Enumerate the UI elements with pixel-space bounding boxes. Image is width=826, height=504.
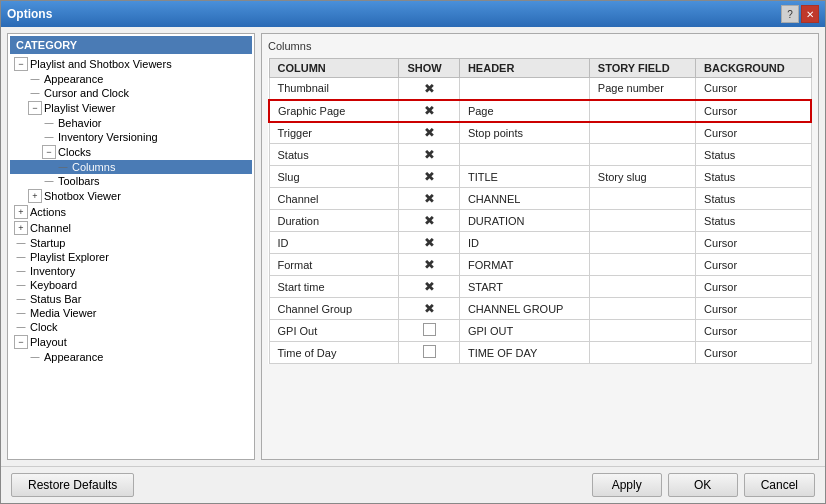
cell-story-7 bbox=[589, 232, 695, 254]
cell-background-1: Cursor bbox=[696, 100, 811, 122]
table-row[interactable]: ID✖IDCursor bbox=[269, 232, 811, 254]
tree-item-inventory-versioning[interactable]: —Inventory Versioning bbox=[10, 130, 252, 144]
cell-background-0: Cursor bbox=[696, 78, 811, 100]
right-buttons: Apply OK Cancel bbox=[592, 473, 815, 497]
cell-show-9[interactable]: ✖ bbox=[399, 276, 460, 298]
tree-item-playlist-explorer[interactable]: —Playlist Explorer bbox=[10, 250, 252, 264]
table-row[interactable]: Channel✖CHANNELStatus bbox=[269, 188, 811, 210]
table-row[interactable]: Format✖FORMATCursor bbox=[269, 254, 811, 276]
cell-story-5 bbox=[589, 188, 695, 210]
cell-show-2[interactable]: ✖ bbox=[399, 122, 460, 144]
expand-icon-shotbox-viewer[interactable]: + bbox=[28, 189, 42, 203]
cell-story-6 bbox=[589, 210, 695, 232]
cell-column-5: Channel bbox=[269, 188, 399, 210]
tree-item-playout-appearance[interactable]: —Appearance bbox=[10, 350, 252, 364]
table-row[interactable]: Start time✖STARTCursor bbox=[269, 276, 811, 298]
cell-story-11 bbox=[589, 320, 695, 342]
cell-show-4[interactable]: ✖ bbox=[399, 166, 460, 188]
tree-item-playlist-shotbox[interactable]: −Playlist and Shotbox Viewers bbox=[10, 56, 252, 72]
tree-container: −Playlist and Shotbox Viewers—Appearance… bbox=[10, 56, 252, 364]
tree-item-appearance[interactable]: —Appearance bbox=[10, 72, 252, 86]
header-row: COLUMN SHOW HEADER STORY FIELD BACKGROUN… bbox=[269, 59, 811, 78]
leaf-dash-playlist-explorer: — bbox=[14, 252, 28, 262]
cell-show-1[interactable]: ✖ bbox=[399, 100, 460, 122]
tree-label-inventory-versioning: Inventory Versioning bbox=[58, 131, 158, 143]
apply-button[interactable]: Apply bbox=[592, 473, 662, 497]
checkbox-icon[interactable] bbox=[423, 323, 436, 336]
table-body: Thumbnail✖Page numberCursorGraphic Page✖… bbox=[269, 78, 811, 364]
tree-label-media-viewer: Media Viewer bbox=[30, 307, 96, 319]
table-row[interactable]: Time of DayTIME OF DAYCursor bbox=[269, 342, 811, 364]
cell-show-11[interactable] bbox=[399, 320, 460, 342]
ok-button[interactable]: OK bbox=[668, 473, 738, 497]
tree-label-columns: Columns bbox=[72, 161, 115, 173]
tree-item-playlist-viewer[interactable]: −Playlist Viewer bbox=[10, 100, 252, 116]
tree-item-status-bar[interactable]: —Status Bar bbox=[10, 292, 252, 306]
close-button[interactable]: ✕ bbox=[801, 5, 819, 23]
leaf-dash-appearance: — bbox=[28, 74, 42, 84]
cancel-button[interactable]: Cancel bbox=[744, 473, 815, 497]
leaf-dash-cursor-clock: — bbox=[28, 88, 42, 98]
tree-item-columns[interactable]: —Columns bbox=[10, 160, 252, 174]
table-row[interactable]: Status✖Status bbox=[269, 144, 811, 166]
table-row[interactable]: Channel Group✖CHANNEL GROUPCursor bbox=[269, 298, 811, 320]
tree-item-startup[interactable]: —Startup bbox=[10, 236, 252, 250]
leaf-dash-behavior: — bbox=[42, 118, 56, 128]
options-window: Options ? ✕ CATEGORY −Playlist and Shotb… bbox=[0, 0, 826, 504]
table-row[interactable]: Trigger✖Stop pointsCursor bbox=[269, 122, 811, 144]
expand-icon-playlist-shotbox[interactable]: − bbox=[14, 57, 28, 71]
tree-item-inventory[interactable]: —Inventory bbox=[10, 264, 252, 278]
cell-column-9: Start time bbox=[269, 276, 399, 298]
expand-icon-playout[interactable]: − bbox=[14, 335, 28, 349]
tree-item-behavior[interactable]: —Behavior bbox=[10, 116, 252, 130]
table-row[interactable]: Slug✖TITLEStory slugStatus bbox=[269, 166, 811, 188]
cell-show-5[interactable]: ✖ bbox=[399, 188, 460, 210]
cell-show-7[interactable]: ✖ bbox=[399, 232, 460, 254]
col-header-column: COLUMN bbox=[269, 59, 399, 78]
tree-item-cursor-clock[interactable]: —Cursor and Clock bbox=[10, 86, 252, 100]
help-button[interactable]: ? bbox=[781, 5, 799, 23]
restore-defaults-button[interactable]: Restore Defaults bbox=[11, 473, 134, 497]
cell-background-5: Status bbox=[696, 188, 811, 210]
tree-item-shotbox-viewer[interactable]: +Shotbox Viewer bbox=[10, 188, 252, 204]
tree-item-keyboard[interactable]: —Keyboard bbox=[10, 278, 252, 292]
tree-item-actions[interactable]: +Actions bbox=[10, 204, 252, 220]
leaf-dash-inventory-versioning: — bbox=[42, 132, 56, 142]
right-panel: Columns COLUMN SHOW HEADER STORY FIELD B… bbox=[261, 33, 819, 460]
expand-icon-actions[interactable]: + bbox=[14, 205, 28, 219]
cell-show-10[interactable]: ✖ bbox=[399, 298, 460, 320]
tree-label-actions: Actions bbox=[30, 206, 66, 218]
bottom-bar: Restore Defaults Apply OK Cancel bbox=[1, 466, 825, 503]
table-row[interactable]: Duration✖DURATIONStatus bbox=[269, 210, 811, 232]
cell-story-10 bbox=[589, 298, 695, 320]
cell-header-8: FORMAT bbox=[459, 254, 589, 276]
cell-background-3: Status bbox=[696, 144, 811, 166]
expand-icon-channel[interactable]: + bbox=[14, 221, 28, 235]
cell-story-9 bbox=[589, 276, 695, 298]
cell-background-7: Cursor bbox=[696, 232, 811, 254]
cell-show-6[interactable]: ✖ bbox=[399, 210, 460, 232]
tree-item-clocks[interactable]: −Clocks bbox=[10, 144, 252, 160]
expand-icon-playlist-viewer[interactable]: − bbox=[28, 101, 42, 115]
cell-show-12[interactable] bbox=[399, 342, 460, 364]
tree-item-clock[interactable]: —Clock bbox=[10, 320, 252, 334]
cell-background-12: Cursor bbox=[696, 342, 811, 364]
cell-show-3[interactable]: ✖ bbox=[399, 144, 460, 166]
cell-show-8[interactable]: ✖ bbox=[399, 254, 460, 276]
tree-item-media-viewer[interactable]: —Media Viewer bbox=[10, 306, 252, 320]
cell-show-0[interactable]: ✖ bbox=[399, 78, 460, 100]
table-row[interactable]: GPI OutGPI OUTCursor bbox=[269, 320, 811, 342]
checkbox-icon[interactable] bbox=[423, 345, 436, 358]
tree-item-toolbars[interactable]: —Toolbars bbox=[10, 174, 252, 188]
cell-column-7: ID bbox=[269, 232, 399, 254]
leaf-dash-clock: — bbox=[14, 322, 28, 332]
columns-table: COLUMN SHOW HEADER STORY FIELD BACKGROUN… bbox=[268, 58, 812, 364]
check-x-icon: ✖ bbox=[407, 191, 451, 206]
table-row[interactable]: Graphic Page✖PageCursor bbox=[269, 100, 811, 122]
cell-column-6: Duration bbox=[269, 210, 399, 232]
expand-icon-clocks[interactable]: − bbox=[42, 145, 56, 159]
table-row[interactable]: Thumbnail✖Page numberCursor bbox=[269, 78, 811, 100]
tree-item-channel[interactable]: +Channel bbox=[10, 220, 252, 236]
window-title: Options bbox=[7, 7, 52, 21]
tree-item-playout[interactable]: −Playout bbox=[10, 334, 252, 350]
